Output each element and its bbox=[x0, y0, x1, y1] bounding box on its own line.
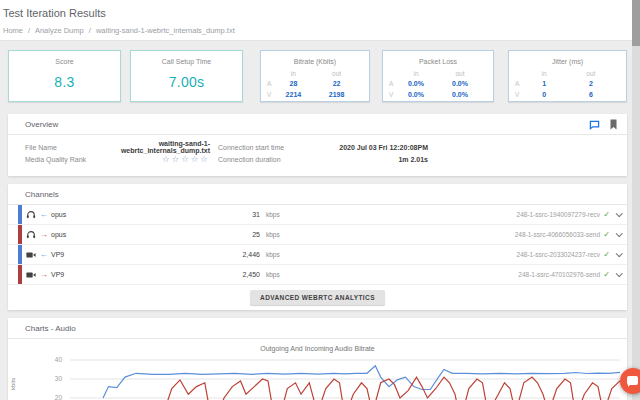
bitrate-video-out: 2198 bbox=[304, 91, 369, 98]
channels-section: Channels ← opus 31 kbps 248-1-ssrc-19400… bbox=[8, 184, 627, 310]
svg-text:20: 20 bbox=[55, 394, 63, 400]
page-title: Test Iteration Results bbox=[3, 7, 632, 19]
channel-bitrate-unit: kbps bbox=[266, 251, 280, 258]
score-card: Score 8.3 bbox=[8, 50, 121, 102]
packet-loss-card: Packet Loss inout A0.0%0.0% V0.0%0.0% bbox=[382, 50, 494, 102]
channel-bitrate-unit: kbps bbox=[266, 231, 280, 238]
channel-codec: VP9 bbox=[51, 251, 64, 258]
bitrate-col-out: out bbox=[304, 70, 369, 77]
channel-bitrate-unit: kbps bbox=[266, 211, 280, 218]
send-arrow-icon: → bbox=[37, 270, 51, 279]
channel-bitrate: 31 bbox=[158, 211, 260, 218]
channel-codec: opus bbox=[51, 211, 66, 218]
call-setup-time-label: Call Setup Time bbox=[131, 58, 242, 65]
packet-loss-label: Packet Loss bbox=[383, 58, 493, 65]
packet-loss-video-out: 0.0% bbox=[427, 91, 493, 98]
channel-direction-bar bbox=[18, 245, 22, 264]
channel-ssrc-id: 248-1-ssrc-1940097279-recv bbox=[400, 211, 600, 218]
headphones-icon bbox=[26, 230, 37, 239]
breadcrumb-separator: / bbox=[89, 26, 91, 35]
scrollbar-thumb[interactable] bbox=[632, 0, 640, 46]
chevron-down-icon[interactable] bbox=[616, 230, 623, 237]
packet-loss-col-out: out bbox=[427, 70, 493, 77]
check-icon: ✓ bbox=[603, 250, 610, 259]
chat-fab-button[interactable] bbox=[620, 368, 640, 394]
overview-section-title: Overview bbox=[25, 120, 58, 129]
jitter-label: Jitter (ms) bbox=[509, 58, 626, 65]
breadcrumb-current-file: waiting-sand-1-webrtc_internals_dump.txt bbox=[96, 26, 235, 35]
bitrate-label: Bitrate (Kbits) bbox=[261, 58, 369, 65]
media-quality-rank-label: Media Quality Rank bbox=[25, 156, 110, 163]
media-quality-rank-stars: ☆☆☆☆☆ bbox=[110, 154, 210, 164]
connection-duration-value: 1m 2.01s bbox=[318, 156, 428, 163]
chevron-down-icon[interactable] bbox=[616, 210, 623, 217]
scrollbar-track[interactable] bbox=[632, 0, 640, 400]
call-setup-time-value: 7.00s bbox=[131, 74, 242, 90]
channel-row-video-recv[interactable]: ← VP9 2,446 kbps 248-1-ssrc-2033024237-r… bbox=[8, 245, 627, 265]
channel-bitrate: 2,450 bbox=[158, 271, 260, 278]
videocam-icon bbox=[26, 271, 37, 279]
audio-bitrate-chart-title: Outgoing And Incoming Audio Bitrate bbox=[8, 345, 627, 352]
breadcrumb: Home / Analyze Dump / waiting-sand-1-web… bbox=[3, 26, 632, 35]
audio-bitrate-chart: kbits 403020 bbox=[8, 354, 627, 400]
jitter-card: Jitter (ms) inout A12 V06 bbox=[508, 50, 627, 102]
channel-direction-bar bbox=[18, 265, 22, 284]
jitter-audio-out: 2 bbox=[556, 80, 626, 87]
channel-direction-bar bbox=[18, 205, 22, 224]
page: Test Iteration Results Home / Analyze Du… bbox=[0, 0, 632, 400]
channels-section-title: Channels bbox=[25, 190, 59, 199]
headphones-icon bbox=[26, 210, 37, 219]
bookmark-icon[interactable] bbox=[607, 119, 619, 130]
metrics-row: Score 8.3 Call Setup Time 7.00s Bitrate … bbox=[8, 50, 627, 102]
connection-start-label: Connection start time bbox=[218, 144, 318, 151]
svg-text:40: 40 bbox=[55, 356, 63, 363]
channel-ssrc-id: 248-1-ssrc-470102976-send bbox=[400, 271, 600, 278]
jitter-col-out: out bbox=[556, 70, 626, 77]
check-icon: ✓ bbox=[603, 210, 610, 219]
channel-bitrate: 2,446 bbox=[158, 251, 260, 258]
videocam-icon bbox=[26, 251, 37, 259]
advanced-webrtc-analytics-button[interactable]: ADVANCED WEBRTC ANALYTICS bbox=[250, 290, 385, 305]
file-name-value: waiting-sand-1-webrtc_internals_dump.txt bbox=[110, 140, 210, 154]
channel-row-audio-recv[interactable]: ← opus 31 kbps 248-1-ssrc-1940097279-rec… bbox=[8, 205, 627, 225]
svg-text:30: 30 bbox=[55, 375, 63, 382]
chat-bubble-tail bbox=[628, 384, 631, 387]
jitter-video-out: 6 bbox=[556, 91, 626, 98]
connection-duration-label: Connection duration bbox=[218, 156, 318, 163]
score-value: 8.3 bbox=[9, 74, 120, 90]
charts-audio-section-title: Charts - Audio bbox=[25, 324, 76, 333]
bitrate-card: Bitrate (Kbits) inout A2822 V22142198 bbox=[260, 50, 370, 102]
check-icon: ✓ bbox=[603, 270, 610, 279]
connection-start-value: 2020 Jul 03 Fri 12:20:08PM bbox=[318, 144, 428, 151]
channel-direction-bar bbox=[18, 225, 22, 244]
score-label: Score bbox=[9, 58, 120, 65]
recv-arrow-icon: ← bbox=[37, 210, 51, 219]
call-setup-time-card: Call Setup Time 7.00s bbox=[130, 50, 243, 102]
charts-audio-section: Charts - Audio Outgoing And Incoming Aud… bbox=[8, 318, 627, 400]
chevron-down-icon[interactable] bbox=[616, 250, 623, 257]
channel-ssrc-id: 248-1-ssrc-2033024237-recv bbox=[400, 251, 600, 258]
breadcrumb-separator: / bbox=[28, 26, 30, 35]
channel-row-audio-send[interactable]: → opus 25 kbps 248-1-ssrc-4066056033-sen… bbox=[8, 225, 627, 245]
channel-row-video-send[interactable]: → VP9 2,450 kbps 248-1-ssrc-470102976-se… bbox=[8, 265, 627, 285]
channel-ssrc-id: 248-1-ssrc-4066056033-send bbox=[400, 231, 600, 238]
bitrate-audio-out: 22 bbox=[304, 80, 369, 87]
channel-codec: opus bbox=[51, 231, 66, 238]
breadcrumb-home[interactable]: Home bbox=[3, 26, 23, 35]
channel-bitrate: 25 bbox=[158, 231, 260, 238]
channel-codec: VP9 bbox=[51, 271, 64, 278]
recv-arrow-icon: ← bbox=[37, 250, 51, 259]
page-header: Test Iteration Results Home / Analyze Du… bbox=[0, 0, 632, 41]
channel-bitrate-unit: kbps bbox=[266, 271, 280, 278]
check-icon: ✓ bbox=[603, 230, 610, 239]
file-name-label: File Name bbox=[25, 144, 110, 151]
breadcrumb-analyze-dump[interactable]: Analyze Dump bbox=[35, 26, 84, 35]
chevron-down-icon[interactable] bbox=[616, 270, 623, 277]
chart-y-axis-label: kbits bbox=[10, 378, 16, 390]
send-arrow-icon: → bbox=[37, 230, 51, 239]
packet-loss-audio-out: 0.0% bbox=[427, 80, 493, 87]
audio-bitrate-chart-svg: 403020 bbox=[8, 354, 627, 400]
overview-section: Overview File Name waiting-sand-1-webrtc… bbox=[8, 114, 627, 176]
comment-icon[interactable] bbox=[588, 119, 600, 130]
